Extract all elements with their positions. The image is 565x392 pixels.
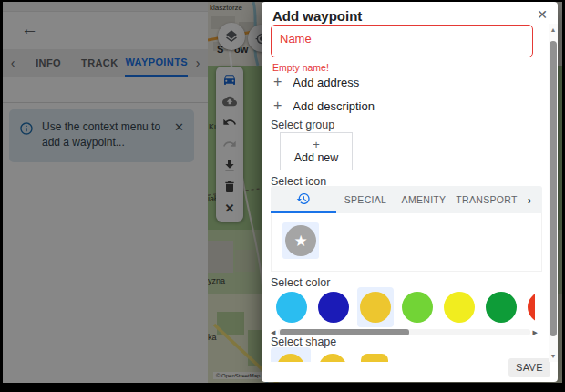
plus-icon: + <box>273 75 282 89</box>
rounded-square-shape <box>361 354 388 362</box>
add-description-button[interactable]: + Add description <box>273 98 375 113</box>
select-group-label: Select group <box>271 119 334 131</box>
star-icon: ★ <box>285 225 316 256</box>
add-description-label: Add description <box>293 99 375 113</box>
add-address-button[interactable]: + Add address <box>273 75 359 89</box>
color-swatch <box>486 292 517 323</box>
color-option-yellow[interactable] <box>441 287 478 327</box>
icon-tab-transport[interactable]: TRANSPORT <box>453 186 520 213</box>
plus-icon: + <box>273 98 282 113</box>
scroll-left-arrow-icon[interactable]: ◀ <box>271 329 278 335</box>
scrollbar-track[interactable] <box>278 329 530 335</box>
icon-tab-bar: SPECIAL AMENITY TRANSPORT › <box>271 186 542 213</box>
icon-tab-amenity[interactable]: AMENITY <box>395 186 453 213</box>
add-waypoint-dialog: Add waypoint ✕ Name Empty name! + Add ad… <box>262 2 558 382</box>
history-icon <box>296 191 311 206</box>
color-swatch <box>528 292 535 323</box>
icon-option-star-selected[interactable]: ★ <box>282 222 319 259</box>
color-swatch <box>276 292 307 323</box>
icon-picker: SPECIAL AMENITY TRANSPORT › ★ <box>271 186 542 272</box>
dialog-close-icon[interactable]: ✕ <box>537 7 548 22</box>
color-option-cyan[interactable] <box>273 287 310 327</box>
shape-option-circle-selected[interactable] <box>271 347 311 362</box>
scrollbar-thumb[interactable] <box>280 329 409 335</box>
dialog-title: Add waypoint <box>272 8 362 24</box>
color-option-gold-selected[interactable] <box>357 287 394 327</box>
color-row-scrollbar[interactable]: ◀ ▶ <box>271 328 538 335</box>
icon-tabs-more-icon[interactable]: › <box>520 186 539 213</box>
color-swatch <box>402 292 433 323</box>
shape-option-rounded-square[interactable] <box>354 347 395 362</box>
color-picker-row <box>271 287 535 327</box>
icon-tab-recent[interactable] <box>271 186 336 213</box>
color-option-red[interactable] <box>525 287 535 327</box>
shape-option-circle[interactable] <box>313 347 353 362</box>
name-error-text: Empty name! <box>272 62 329 73</box>
name-input[interactable] <box>272 26 532 57</box>
color-swatch <box>444 292 475 323</box>
color-option-navy[interactable] <box>315 287 352 327</box>
scroll-down-arrow-icon[interactable]: ▼ <box>549 353 558 359</box>
color-option-green[interactable] <box>483 287 519 327</box>
add-address-label: Add address <box>293 76 359 89</box>
color-swatch <box>318 292 349 323</box>
icon-tab-special[interactable]: SPECIAL <box>336 186 395 213</box>
name-field: Name <box>271 25 533 57</box>
scroll-right-arrow-icon[interactable]: ▶ <box>530 329 538 335</box>
icon-grid: ★ <box>271 213 542 272</box>
select-shape-label: Select shape <box>271 335 336 348</box>
add-new-label: Add new <box>294 151 339 164</box>
circle-shape <box>277 354 304 362</box>
dialog-scrollbar[interactable]: ▲ ▼ <box>549 24 558 362</box>
plus-icon: + <box>313 139 320 150</box>
circle-shape <box>319 354 346 362</box>
save-button[interactable]: SAVE <box>508 358 550 377</box>
shape-picker-row <box>271 347 535 362</box>
add-new-group-button[interactable]: + Add new <box>280 132 353 170</box>
color-option-light-green[interactable] <box>399 287 436 327</box>
dialog-scrollbar-thumb[interactable] <box>550 41 557 336</box>
scroll-up-arrow-icon[interactable]: ▲ <box>549 26 558 33</box>
color-swatch <box>360 292 391 323</box>
